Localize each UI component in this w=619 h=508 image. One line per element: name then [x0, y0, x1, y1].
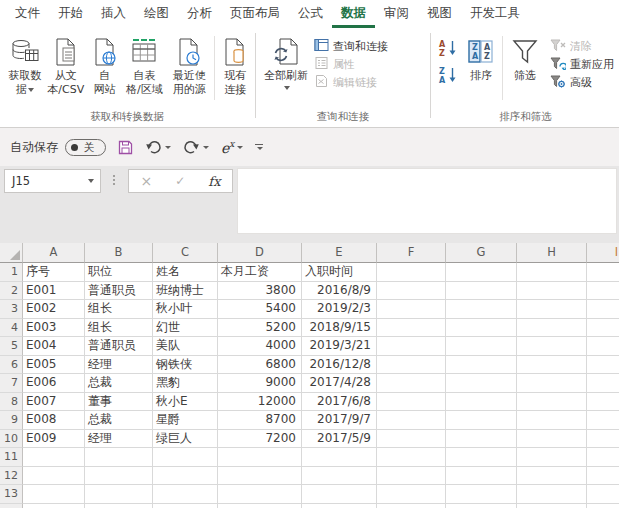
cell-G2[interactable] [446, 282, 517, 301]
cell-A3[interactable]: E002 [23, 300, 85, 319]
exponent-button[interactable]: ex [221, 139, 243, 156]
cell-F1[interactable] [377, 263, 446, 282]
cell-B2[interactable]: 普通职员 [85, 282, 153, 301]
cell-H7[interactable] [517, 374, 587, 393]
row-header-14[interactable]: 14 [0, 504, 23, 508]
cell-F4[interactable] [377, 319, 446, 338]
cell-I4[interactable] [587, 319, 619, 338]
cell-E8[interactable]: 2017/6/8 [302, 393, 377, 412]
cell-B10[interactable]: 经理 [85, 430, 153, 449]
cell-G14[interactable] [446, 504, 517, 508]
cell-D12[interactable] [218, 467, 302, 486]
cell-B4[interactable]: 组长 [85, 319, 153, 338]
cell-I2[interactable] [587, 282, 619, 301]
menu-tab[interactable]: 页面布局 [221, 0, 289, 28]
cell-B3[interactable]: 组长 [85, 300, 153, 319]
cell-C6[interactable]: 钢铁侠 [153, 356, 218, 375]
cell-G1[interactable] [446, 263, 517, 282]
cell-B14[interactable] [85, 504, 153, 508]
cell-I14[interactable] [587, 504, 619, 508]
row-header-8[interactable]: 8 [0, 393, 23, 412]
cell-G3[interactable] [446, 300, 517, 319]
cell-F5[interactable] [377, 337, 446, 356]
get-data-button[interactable]: 获取数 据 [5, 35, 44, 96]
cell-A10[interactable]: E009 [23, 430, 85, 449]
cell-A4[interactable]: E003 [23, 319, 85, 338]
column-header-G[interactable]: G [446, 243, 517, 263]
cell-I12[interactable] [587, 467, 619, 486]
row-header-1[interactable]: 1 [0, 263, 23, 282]
cell-I8[interactable] [587, 393, 619, 412]
cell-A7[interactable]: E006 [23, 374, 85, 393]
cell-H14[interactable] [517, 504, 587, 508]
filter-button[interactable]: 筛选 [505, 35, 545, 83]
sort-ascending-button[interactable]: A Z [437, 38, 459, 58]
cell-D14[interactable] [218, 504, 302, 508]
cell-E10[interactable]: 2017/5/9 [302, 430, 377, 449]
cell-B11[interactable] [85, 448, 153, 467]
column-header-C[interactable]: C [153, 243, 218, 263]
formula-input[interactable] [237, 168, 617, 234]
cell-A8[interactable]: E007 [23, 393, 85, 412]
cell-C2[interactable]: 班纳博士 [153, 282, 218, 301]
cell-E6[interactable]: 2016/12/8 [302, 356, 377, 375]
cell-A1[interactable]: 序号 [23, 263, 85, 282]
cell-G13[interactable] [446, 485, 517, 504]
cell-I9[interactable] [587, 411, 619, 430]
cell-H3[interactable] [517, 300, 587, 319]
menu-tab[interactable]: 文件 [6, 0, 49, 28]
cell-G6[interactable] [446, 356, 517, 375]
cell-F2[interactable] [377, 282, 446, 301]
menu-tab[interactable]: 视图 [418, 0, 461, 28]
cell-E9[interactable]: 2017/9/7 [302, 411, 377, 430]
cell-D10[interactable]: 7200 [218, 430, 302, 449]
cell-E5[interactable]: 2019/3/21 [302, 337, 377, 356]
from-table-range-button[interactable]: 自表 格/区域 [122, 35, 167, 96]
row-header-11[interactable]: 11 [0, 448, 23, 467]
menu-tab[interactable]: 分析 [178, 0, 221, 28]
cell-I3[interactable] [587, 300, 619, 319]
cell-B9[interactable]: 总裁 [85, 411, 153, 430]
cell-D8[interactable]: 12000 [218, 393, 302, 412]
cell-B1[interactable]: 职位 [85, 263, 153, 282]
cell-C10[interactable]: 绿巨人 [153, 430, 218, 449]
cell-F8[interactable] [377, 393, 446, 412]
undo-button[interactable] [145, 140, 171, 154]
row-header-10[interactable]: 10 [0, 430, 23, 449]
customize-toolbar-button[interactable] [255, 144, 263, 151]
cell-B7[interactable]: 总裁 [85, 374, 153, 393]
cell-H13[interactable] [517, 485, 587, 504]
cell-H11[interactable] [517, 448, 587, 467]
row-header-4[interactable]: 4 [0, 319, 23, 338]
cancel-icon[interactable]: × [141, 174, 153, 188]
advanced-filter-button[interactable]: 高级 [547, 74, 617, 91]
cell-D6[interactable]: 6800 [218, 356, 302, 375]
cell-E1[interactable]: 入职时间 [302, 263, 377, 282]
cell-F14[interactable] [377, 504, 446, 508]
cell-E3[interactable]: 2019/2/3 [302, 300, 377, 319]
cell-D3[interactable]: 5400 [218, 300, 302, 319]
cell-D1[interactable]: 本月工资 [218, 263, 302, 282]
cell-C12[interactable] [153, 467, 218, 486]
from-text-csv-button[interactable]: 从文 本/CSV [44, 35, 87, 96]
cell-G4[interactable] [446, 319, 517, 338]
cell-C7[interactable]: 黑豹 [153, 374, 218, 393]
cell-H2[interactable] [517, 282, 587, 301]
cell-A14[interactable] [23, 504, 85, 508]
cell-I10[interactable] [587, 430, 619, 449]
cell-B6[interactable]: 经理 [85, 356, 153, 375]
menu-tab[interactable]: 开发工具 [461, 0, 529, 28]
cell-C8[interactable]: 秋小E [153, 393, 218, 412]
cell-A5[interactable]: E004 [23, 337, 85, 356]
column-header-A[interactable]: A [23, 243, 85, 263]
row-header-13[interactable]: 13 [0, 485, 23, 504]
cell-C9[interactable]: 星爵 [153, 411, 218, 430]
refresh-all-button[interactable]: 全部刷新 [261, 35, 311, 90]
cell-G12[interactable] [446, 467, 517, 486]
cell-C3[interactable]: 秋小叶 [153, 300, 218, 319]
column-header-E[interactable]: E [302, 243, 377, 263]
cell-B5[interactable]: 普通职员 [85, 337, 153, 356]
cell-F3[interactable] [377, 300, 446, 319]
cell-H1[interactable] [517, 263, 587, 282]
name-box[interactable]: J15 [4, 169, 101, 193]
